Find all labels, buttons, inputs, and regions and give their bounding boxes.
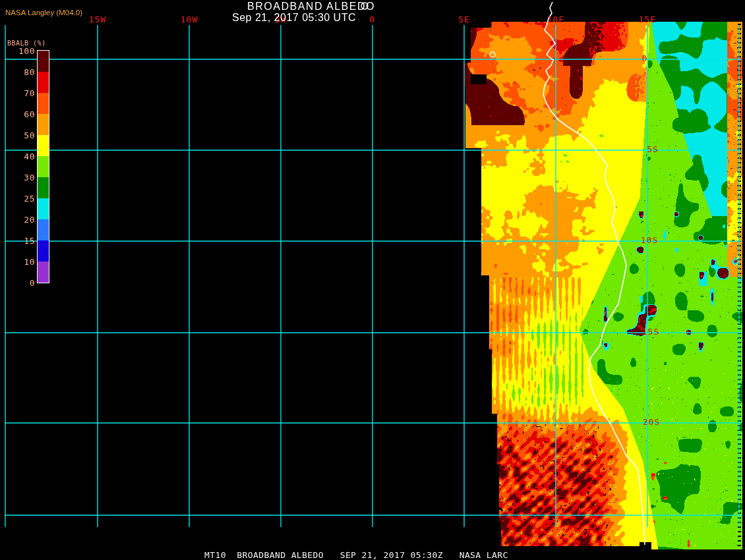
legend-tick-25: 25 <box>0 194 35 204</box>
lat-label-5S: 5S <box>647 144 659 154</box>
lat-label-10S: 10S <box>641 235 658 245</box>
legend-segment-20-25 <box>38 198 49 219</box>
source-version-label: NASA Langley (M04.0) <box>5 9 82 16</box>
legend-tick-15: 15 <box>0 236 35 246</box>
graticule-and-coastline <box>0 0 745 560</box>
footer-caption: MT10 BROADBAND ALBEDO SEP 21, 2017 05:30… <box>204 550 508 560</box>
product-datetime: Sep 21, 2017 05:30 UTC <box>232 12 356 24</box>
legend-segment-80-100 <box>38 51 49 72</box>
legend-segment-0-10 <box>38 262 49 283</box>
albedo-product-view: 15W10W5W05E10E15E 05S10S15S20S NASA Lang… <box>0 0 745 560</box>
legend-segment-50-60 <box>38 114 49 135</box>
lat-label-0: 0 <box>642 53 648 63</box>
legend-tick-70: 70 <box>0 88 35 98</box>
lon-label-0: 0 <box>370 14 376 24</box>
product-title: BROADBAND ALBEDO <box>247 1 375 13</box>
legend-tick-100: 100 <box>0 46 35 56</box>
island-outline <box>490 52 495 57</box>
coastline-path <box>543 2 645 545</box>
legend-segment-25-30 <box>38 177 49 198</box>
legend-segment-10-15 <box>38 240 49 262</box>
lat-label-15S: 15S <box>642 327 659 337</box>
legend-tick-50: 50 <box>0 130 35 140</box>
legend-tick-60: 60 <box>0 109 35 119</box>
legend-segment-40-50 <box>38 135 49 156</box>
legend-segment-70-80 <box>38 72 49 93</box>
lat-label-20S: 20S <box>643 417 660 427</box>
legend-colorbar <box>37 50 49 283</box>
legend-tick-80: 80 <box>0 67 35 77</box>
legend-segment-15-20 <box>38 219 49 240</box>
lon-label-5E: 5E <box>458 14 470 24</box>
legend-tick-30: 30 <box>0 173 35 182</box>
legend-segment-60-70 <box>38 93 49 114</box>
legend-tick-20: 20 <box>0 215 35 225</box>
lon-label-15W: 15W <box>89 14 106 24</box>
legend-segment-30-40 <box>38 156 49 177</box>
legend-tick-0: 0 <box>0 278 35 288</box>
lon-label-15E: 15E <box>639 14 656 24</box>
legend-tick-10: 10 <box>0 257 35 267</box>
legend-tick-40: 40 <box>0 152 35 161</box>
lon-label-10W: 10W <box>181 14 198 24</box>
lon-label-10E: 10E <box>547 14 564 24</box>
